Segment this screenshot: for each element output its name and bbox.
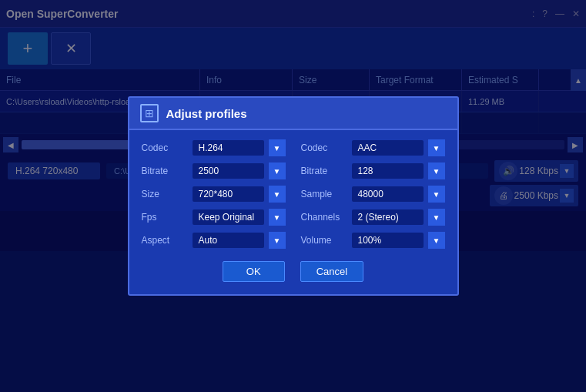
audio-channels-row: Channels 2 (Stereo) ▼ [301, 209, 445, 226]
audio-bitrate-row: Bitrate 128 ▼ [301, 162, 445, 179]
video-codec-value: H.264 [193, 140, 264, 156]
video-section: Codec H.264 ▼ Bitrate 2500 ▼ Size 720*48… [142, 139, 286, 249]
video-codec-label: Codec [142, 142, 188, 153]
video-bitrate-label: Bitrate [142, 166, 188, 176]
audio-sample-dropdown[interactable]: ▼ [428, 186, 445, 203]
video-bitrate-row: Bitrate 2500 ▼ [142, 162, 286, 179]
audio-codec-value: AAC [352, 140, 424, 156]
adjust-profiles-modal: ⊞ Adjust profiles Codec H.264 ▼ Bitrate … [128, 96, 459, 296]
video-fps-label: Fps [142, 212, 188, 223]
video-aspect-dropdown[interactable]: ▼ [269, 232, 286, 249]
audio-sample-row: Sample 48000 ▼ [301, 186, 445, 203]
audio-channels-dropdown[interactable]: ▼ [428, 209, 445, 226]
audio-bitrate-label-modal: Bitrate [301, 166, 347, 176]
modal-body: Codec H.264 ▼ Bitrate 2500 ▼ Size 720*48… [129, 139, 457, 249]
audio-codec-dropdown[interactable]: ▼ [428, 139, 445, 156]
video-bitrate-value: 2500 [193, 163, 264, 179]
audio-volume-dropdown[interactable]: ▼ [428, 232, 445, 249]
audio-volume-label: Volume [301, 235, 347, 246]
cancel-button[interactable]: Cancel [300, 261, 363, 282]
video-fps-value: Keep Original [193, 209, 264, 225]
audio-sample-value: 48000 [352, 186, 424, 202]
audio-channels-label: Channels [301, 212, 347, 223]
video-size-label: Size [142, 189, 188, 199]
ok-button[interactable]: OK [223, 261, 285, 282]
audio-volume-value: 100% [352, 233, 424, 248]
modal-footer: OK Cancel [129, 261, 457, 282]
video-fps-dropdown[interactable]: ▼ [269, 209, 286, 226]
audio-codec-label: Codec [301, 142, 347, 153]
video-codec-row: Codec H.264 ▼ [142, 139, 286, 156]
video-size-dropdown[interactable]: ▼ [269, 186, 286, 203]
modal-header: ⊞ Adjust profiles [129, 98, 457, 130]
video-aspect-value: Auto [193, 233, 264, 248]
audio-section: Codec AAC ▼ Bitrate 128 ▼ Sample 48000 ▼… [301, 139, 445, 249]
audio-bitrate-value-modal: 128 [352, 163, 424, 179]
video-aspect-row: Aspect Auto ▼ [142, 232, 286, 249]
modal-header-icon: ⊞ [140, 104, 159, 122]
audio-volume-row: Volume 100% ▼ [301, 232, 445, 249]
audio-bitrate-dropdown-modal[interactable]: ▼ [428, 162, 445, 179]
video-codec-dropdown[interactable]: ▼ [269, 139, 286, 156]
video-size-value: 720*480 [193, 186, 264, 202]
audio-codec-row: Codec AAC ▼ [301, 139, 445, 156]
video-fps-row: Fps Keep Original ▼ [142, 209, 286, 226]
modal-title: Adjust profiles [166, 107, 247, 120]
video-aspect-label: Aspect [142, 235, 188, 246]
modal-overlay: ⊞ Adjust profiles Codec H.264 ▼ Bitrate … [0, 0, 586, 392]
video-size-row: Size 720*480 ▼ [142, 186, 286, 203]
audio-sample-label: Sample [301, 189, 347, 199]
video-bitrate-dropdown-modal[interactable]: ▼ [269, 162, 286, 179]
audio-channels-value: 2 (Stereo) [352, 209, 424, 225]
